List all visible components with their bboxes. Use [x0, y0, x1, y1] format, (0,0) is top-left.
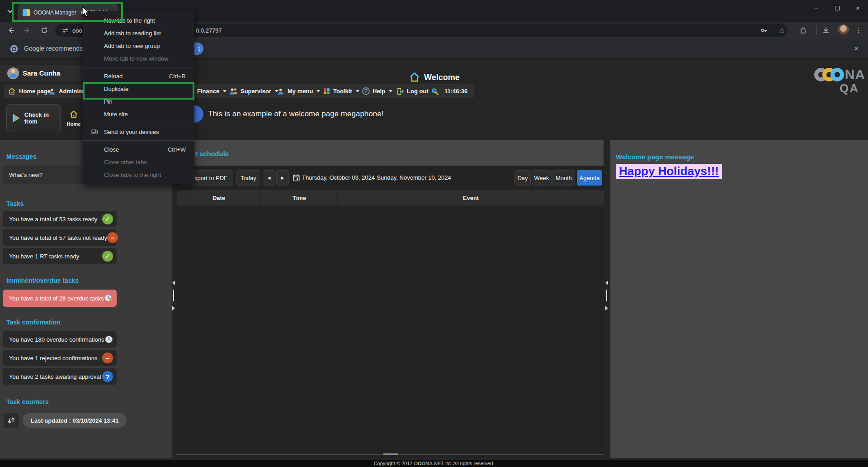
menu-item-add-reading-list[interactable]: Add tab to reading list [83, 27, 194, 39]
view-week-button[interactable]: Week [532, 170, 552, 186]
task-summary-row[interactable]: You have a total of 57 tasks not ready − [3, 229, 117, 246]
downloads-button[interactable] [820, 24, 832, 36]
ooona-qa-logo: NA QA [816, 67, 865, 95]
help-icon: ? [362, 87, 370, 95]
caret-down-icon [316, 90, 320, 92]
menu-item-label: Mute site [104, 111, 128, 118]
confirmation-row-label: You have 180 overdue confirmations [9, 336, 104, 343]
overdue-section-title: Imminent/overdue tasks [6, 277, 79, 284]
browser-menu-kebab-icon[interactable]: ⋮ [853, 24, 864, 36]
nav-help[interactable]: ? Help [362, 84, 392, 98]
infobar-close-icon[interactable]: × [851, 43, 862, 54]
task-summary-row[interactable]: You have 1 RT tasks ready ✓ [3, 248, 117, 264]
menu-item-label: Move tab to new window [104, 55, 168, 62]
user-name: Sara Cunha [23, 69, 60, 77]
home-icon [7, 87, 16, 96]
nav-help-label: Help [373, 88, 385, 95]
confirmation-row[interactable]: You have 180 overdue confirmations [3, 331, 117, 348]
menu-shortcut: Ctrl+R [169, 73, 186, 80]
reload-button[interactable] [38, 24, 51, 37]
nav-search[interactable] [431, 84, 439, 98]
footer: Copyright © 2012 OOONA.NET ltd. All righ… [0, 460, 868, 467]
sidebar: Messages What's new? Tasks You have a to… [0, 140, 172, 458]
refresh-icon [6, 415, 16, 425]
sidebar-splitter[interactable] [171, 281, 176, 310]
menu-item-label: Send to your devices [104, 129, 159, 135]
home-tile-button[interactable]: Home [63, 103, 84, 133]
search-icon [431, 87, 439, 95]
passwords-key-icon[interactable] [760, 26, 769, 35]
window-close-button[interactable]: × [847, 0, 868, 16]
chrome-shield-icon [9, 44, 19, 54]
menu-item-add-new-group[interactable]: Add tab to new group [83, 39, 194, 52]
nav-supervisor[interactable]: Supervisor [229, 84, 278, 98]
confirmation-row[interactable]: You have 2 tasks awaiting approval ? [3, 368, 117, 385]
collapse-left-icon [172, 281, 175, 285]
nav-toolkit[interactable]: Toolkit [323, 84, 359, 98]
clock-icon [104, 334, 113, 345]
menu-item-mute-site[interactable]: Mute site [83, 108, 194, 120]
panel-resize-handle[interactable] [383, 453, 398, 455]
menu-item-close[interactable]: CloseCtrl+W [83, 143, 194, 156]
forward-icon [23, 26, 32, 35]
footer-copyright: Copyright © 2012 [374, 461, 414, 466]
menu-item-label: Add tab to new group [104, 43, 160, 49]
user-avatar[interactable] [7, 67, 19, 79]
bookmark-star-icon[interactable]: ☆ [778, 26, 787, 35]
overdue-tasks-row[interactable]: You have a total of 28 overdue tasks [3, 290, 117, 307]
menu-separator [83, 140, 194, 141]
last-updated-pill: Last updated : 03/10/2024 13:41 [23, 413, 127, 428]
logo-na-text: NA [845, 67, 865, 82]
extensions-icon[interactable] [797, 24, 809, 36]
logo-circle-blue [830, 68, 844, 81]
back-button[interactable] [5, 24, 17, 37]
window-maximize-button[interactable] [827, 0, 848, 16]
check-in-from-button[interactable]: Check in from [6, 104, 61, 132]
nav-home-page[interactable]: Home page [7, 84, 51, 98]
footer-brand-o2: O [418, 461, 422, 466]
view-day-button[interactable]: Day [514, 170, 531, 186]
url-text-suffix: 0.0.27797 [196, 27, 222, 34]
task-row-label: You have a total of 57 tasks not ready [9, 234, 107, 241]
refresh-counters-button[interactable] [4, 413, 19, 428]
schedule-title: t schedule [195, 150, 229, 157]
logout-door-icon [396, 87, 404, 95]
messages-section-title: Messages [6, 153, 37, 160]
nav-home-label: Home page [19, 88, 51, 95]
logo-qa-text: QA [816, 81, 865, 95]
confirmation-row-label: You have 1 rejected confirmations [9, 355, 102, 362]
question-icon: ? [102, 371, 113, 382]
people-icon [229, 87, 238, 96]
today-button[interactable]: Today [236, 170, 260, 186]
right-panel-splitter[interactable] [604, 281, 609, 310]
menu-item-reload[interactable]: ReloadCtrl+R [83, 70, 194, 82]
next-button[interactable]: ▶ [276, 170, 289, 186]
mouse-cursor-icon [81, 6, 90, 19]
browser-profile-avatar[interactable] [838, 24, 849, 36]
toolkit-icon [323, 87, 330, 95]
footer-brand-o3: O [422, 461, 426, 466]
forward-button[interactable] [21, 24, 33, 37]
nav-finance[interactable]: Finance [197, 84, 226, 98]
view-agenda-button[interactable]: Agenda [577, 170, 602, 186]
confirmation-row[interactable]: You have 1 rejected confirmations − [3, 350, 117, 366]
schedule-panel: t schedule Export to PDF Today ◀ ▶ Thurs… [177, 140, 604, 458]
window-minimize-button[interactable]: – [806, 0, 827, 16]
check-icon: ✓ [102, 214, 113, 224]
prev-button[interactable]: ◀ [263, 170, 275, 186]
date-range: Thursday, October 03, 2024-Sunday, Novem… [302, 174, 451, 181]
welcome-message-panel: Welcome page message Happy Holidays!!! [610, 140, 868, 458]
task-row-label: You have a total of 53 tasks ready [9, 216, 102, 223]
task-summary-row[interactable]: You have a total of 53 tasks ready ✓ [3, 211, 117, 227]
toolbar-divider [816, 26, 817, 34]
overdue-row-label: You have a total of 28 overdue tasks [9, 295, 104, 302]
nav-log-out[interactable]: Log out [396, 84, 429, 98]
menu-shortcut: Ctrl+W [168, 146, 186, 153]
site-settings-icon[interactable] [61, 26, 70, 35]
nav-my-menu[interactable]: My menu [277, 84, 320, 98]
menu-item-send-to-devices[interactable]: Send to your devices [83, 125, 194, 138]
view-month-button[interactable]: Month [552, 170, 575, 186]
menu-separator [83, 67, 194, 67]
welcome-message-text: Happy Holidays!!! [616, 164, 722, 179]
menu-item-label: Reload [104, 73, 123, 80]
